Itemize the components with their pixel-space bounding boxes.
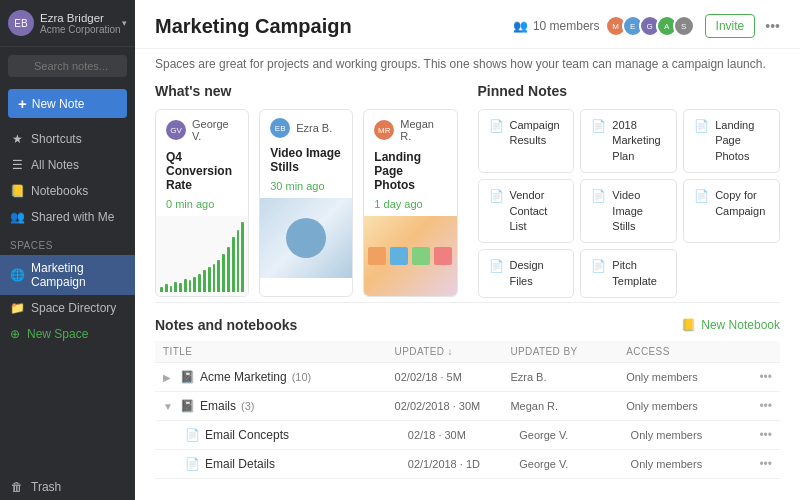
table-row[interactable]: ▶ 📓 Acme Marketing (10) 02/02/18 · 5M Ez… (155, 363, 780, 392)
trash-icon: 🗑 (10, 480, 24, 494)
row-access-1: Only members (626, 400, 742, 412)
sidebar-item-space-directory[interactable]: 📁 Space Directory (0, 295, 135, 321)
chart (156, 216, 248, 296)
pinned-card-6[interactable]: 📄 Design Files (478, 249, 575, 298)
pinned-notes-title: Pinned Notes (478, 83, 781, 99)
search-input[interactable] (8, 55, 127, 77)
card-time-2: 30 min ago (260, 178, 352, 198)
more-options-icon[interactable]: ••• (765, 18, 780, 34)
notebooks-icon: 📒 (10, 184, 24, 198)
pinned-label-1: 2018 Marketing Plan (612, 118, 666, 164)
card-image-1 (156, 216, 248, 296)
whats-new-title: What's new (155, 83, 458, 99)
row-title-3: 📄 Email Details (185, 457, 408, 471)
user-info: Ezra Bridger Acme Corporation (40, 12, 122, 35)
chart-bar (208, 267, 211, 292)
chart-bar (237, 230, 240, 292)
pinned-label-2: Landing Page Photos (715, 118, 769, 164)
new-space-icon: ⊕ (10, 327, 20, 341)
whats-new-section: What's new GV George V. Q4 Conversion Ra… (155, 83, 458, 298)
sidebar-item-all-notes[interactable]: ☰ All Notes (0, 152, 135, 178)
pinned-notes-section: Pinned Notes 📄 Campaign Results 📄 2018 M… (478, 83, 781, 298)
card-avatar-3: MR (374, 120, 394, 140)
whats-new-card-2[interactable]: EB Ezra B. Video Image Stills 30 min ago (259, 109, 353, 297)
pinned-card-7[interactable]: 📄 Pitch Template (580, 249, 677, 298)
search-area: 🔍 (0, 47, 135, 85)
table-row[interactable]: ▼ 📓 Emails (3) 02/02/2018 · 30M Megan R.… (155, 392, 780, 421)
chart-bar (198, 274, 201, 292)
members-count: 10 members (533, 19, 600, 33)
avatar-group: M E G A S (610, 15, 695, 37)
card-image-3 (364, 216, 456, 296)
note-icon: 📄 (591, 259, 606, 273)
sidebar-item-notebooks[interactable]: 📒 Notebooks (0, 178, 135, 204)
card-user-1: George V. (192, 118, 238, 142)
pinned-card-0[interactable]: 📄 Campaign Results (478, 109, 575, 173)
count-0: (10) (292, 371, 312, 383)
card-header-3: MR Megan R. (364, 110, 456, 150)
row-actions-1[interactable]: ••• (742, 399, 772, 413)
notes-section: Notes and notebooks 📒 New Notebook TITLE… (155, 302, 780, 479)
sidebar-item-shortcuts[interactable]: ★ Shortcuts (0, 126, 135, 152)
chart-bar (213, 264, 216, 292)
page-title: Marketing Campaign (155, 15, 352, 38)
pinned-label-3: Vendor Contact List (510, 188, 564, 234)
sidebar-item-marketing-campaign[interactable]: 🌐 Marketing Campaign (0, 255, 135, 295)
notebook-plus-icon: 📒 (681, 318, 696, 332)
whats-new-card-1[interactable]: GV George V. Q4 Conversion Rate 0 min ag… (155, 109, 249, 297)
note-icon-2: 📄 (185, 428, 200, 442)
card-header-2: EB Ezra B. (260, 110, 352, 146)
note-icon: 📄 (694, 119, 709, 133)
invite-button[interactable]: Invite (705, 14, 756, 38)
pinned-card-4[interactable]: 📄 Video Image Stills (580, 179, 677, 243)
row-actions-2[interactable]: ••• (742, 428, 772, 442)
row-updated-by-2: George V. (519, 429, 630, 441)
notebook-name-1: Emails (200, 399, 236, 413)
count-1: (3) (241, 400, 254, 412)
sidebar-item-trash[interactable]: 🗑 Trash (0, 474, 135, 500)
table-row[interactable]: 📄 Email Concepts 02/18 · 30M George V. O… (155, 421, 780, 450)
table-header: TITLE UPDATED ↓ UPDATED BY ACCESS (155, 341, 780, 363)
pinned-card-5[interactable]: 📄 Copy for Campaign (683, 179, 780, 243)
chart-bar (179, 283, 182, 292)
new-notebook-button[interactable]: 📒 New Notebook (681, 318, 780, 332)
note-icon: 📄 (694, 189, 709, 203)
plus-icon: + (18, 95, 27, 112)
chart-bar (241, 222, 244, 292)
card-user-2: Ezra B. (296, 122, 332, 134)
expand-icon-0[interactable]: ▶ (163, 372, 175, 383)
row-actions-3[interactable]: ••• (742, 457, 772, 471)
spaces-header: SPACES (0, 230, 135, 255)
chart-bar (165, 284, 168, 292)
user-area[interactable]: EB Ezra Bridger Acme Corporation ▾ (0, 0, 135, 47)
note-icon: 📄 (489, 119, 504, 133)
pinned-card-2[interactable]: 📄 Landing Page Photos (683, 109, 780, 173)
whats-new-card-3[interactable]: MR Megan R. Landing Page Photos 1 day ag… (363, 109, 457, 297)
new-note-button[interactable]: + New Note (8, 89, 127, 118)
marketing-space-icon: 🌐 (10, 268, 24, 282)
trash-label: Trash (31, 480, 61, 494)
new-space-button[interactable]: ⊕ New Space (0, 321, 135, 347)
notebook-name-0: Acme Marketing (200, 370, 287, 384)
notebooks-label: Notebooks (31, 184, 88, 198)
sidebar: EB Ezra Bridger Acme Corporation ▾ 🔍 + N… (0, 0, 135, 500)
chart-bar (160, 287, 163, 292)
sidebar-item-shared[interactable]: 👥 Shared with Me (0, 204, 135, 230)
col-updated-header: UPDATED ↓ (395, 346, 511, 357)
chart-bar (189, 280, 192, 292)
table-row[interactable]: 📄 Email Details 02/1/2018 · 1D George V.… (155, 450, 780, 479)
card-title-1: Q4 Conversion Rate (156, 150, 248, 196)
expand-icon-1[interactable]: ▼ (163, 401, 175, 412)
card-time-3: 1 day ago (364, 196, 456, 216)
row-updated-0: 02/02/18 · 5M (395, 371, 511, 383)
row-title-1: ▼ 📓 Emails (3) (163, 399, 395, 413)
row-access-2: Only members (631, 429, 742, 441)
pinned-card-1[interactable]: 📄 2018 Marketing Plan (580, 109, 677, 173)
pinned-card-3[interactable]: 📄 Vendor Contact List (478, 179, 575, 243)
whats-new-cards: GV George V. Q4 Conversion Rate 0 min ag… (155, 109, 458, 297)
col-title-header: TITLE (163, 346, 395, 357)
pinned-label-4: Video Image Stills (612, 188, 666, 234)
row-actions-0[interactable]: ••• (742, 370, 772, 384)
notes-section-header: Notes and notebooks 📒 New Notebook (155, 317, 780, 333)
main-header: Marketing Campaign 👥 10 members M E G A … (135, 0, 800, 49)
